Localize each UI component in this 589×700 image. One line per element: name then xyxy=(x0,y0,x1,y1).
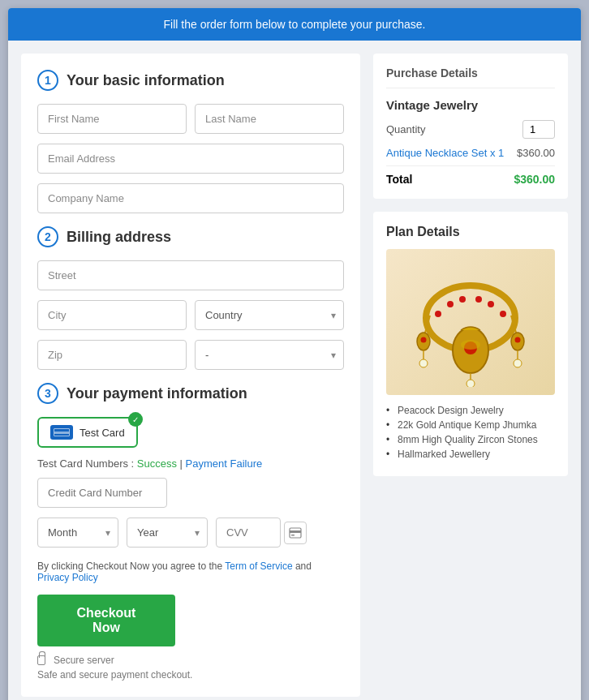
right-panel: Purchase Details Vintage Jewelry Quantit… xyxy=(373,54,568,697)
quantity-input[interactable] xyxy=(522,120,555,139)
plan-box: Plan Details xyxy=(373,212,568,476)
check-badge: ✓ xyxy=(128,412,143,427)
svg-point-11 xyxy=(488,301,494,307)
country-field: Country xyxy=(195,300,344,330)
card-label: Test Card xyxy=(80,427,125,439)
section1-number: 1 xyxy=(37,70,58,91)
first-name-field xyxy=(37,104,187,134)
email-row xyxy=(37,144,344,174)
street-row xyxy=(37,260,344,290)
last-name-input[interactable] xyxy=(195,104,344,134)
page-wrapper: Fill the order form below to complete yo… xyxy=(8,8,581,700)
quantity-label: Quantity xyxy=(386,123,425,135)
terms-prefix: By clicking Checkout Now you agree to th… xyxy=(37,560,225,572)
cvv-input[interactable] xyxy=(216,517,281,548)
main-content: 1 Your basic information xyxy=(8,41,581,700)
card-number-field xyxy=(37,478,344,508)
zip-field xyxy=(37,340,187,370)
email-field xyxy=(37,144,344,174)
svg-rect-1 xyxy=(290,530,301,533)
plan-image xyxy=(386,249,555,395)
section2-number: 2 xyxy=(37,226,58,247)
card-option[interactable]: Test Card ✓ xyxy=(37,417,138,448)
top-banner: Fill the order form below to complete yo… xyxy=(8,8,581,41)
test-card-prefix: Test Card Numbers : xyxy=(37,457,137,470)
first-name-input[interactable] xyxy=(37,104,187,134)
credit-card-input[interactable] xyxy=(37,478,167,508)
svg-point-22 xyxy=(514,359,522,367)
section3-number: 3 xyxy=(37,383,58,404)
secure-label: Secure server xyxy=(54,655,114,666)
cvv-wrapper xyxy=(216,517,307,548)
purchase-details-title: Purchase Details xyxy=(386,67,555,88)
svg-point-24 xyxy=(466,380,475,387)
company-field xyxy=(37,183,344,213)
terms-link[interactable]: Term of Service xyxy=(225,560,292,572)
zip-input[interactable] xyxy=(37,340,187,370)
plan-feature-item: Peacock Design Jewelry xyxy=(386,405,555,416)
svg-point-20 xyxy=(515,337,521,343)
total-amount: $360.00 xyxy=(514,173,555,186)
month-wrapper: Month xyxy=(37,517,118,548)
card-icon-inner xyxy=(54,428,70,436)
city-country-row: Country xyxy=(37,300,344,330)
test-card-note: Test Card Numbers : Success | Payment Fa… xyxy=(37,457,344,470)
svg-point-6 xyxy=(461,340,480,350)
total-row: Total $360.00 xyxy=(386,173,555,186)
privacy-link[interactable]: Privacy Policy xyxy=(37,572,98,583)
item-price: $360.00 xyxy=(517,147,555,159)
last-name-field xyxy=(195,104,344,134)
month-select[interactable]: Month xyxy=(37,517,118,548)
payment-row: Month Year xyxy=(37,517,344,548)
item-row: Antique Necklace Set x 1 $360.00 xyxy=(386,147,555,166)
terms-and: and xyxy=(293,560,312,572)
company-row xyxy=(37,183,344,213)
total-label: Total xyxy=(386,173,412,186)
plan-feature-item: Hallmarked Jewellery xyxy=(386,449,555,460)
section3-title: Your payment information xyxy=(67,385,247,402)
section1-header: 1 Your basic information xyxy=(37,70,344,91)
card-icon xyxy=(50,425,73,440)
section1-title: Your basic information xyxy=(67,72,225,89)
section2-title: Billing address xyxy=(67,229,171,246)
plan-features: Peacock Design Jewelry22k Gold Antique K… xyxy=(386,405,555,460)
product-name: Vintage Jewelry xyxy=(386,98,555,112)
banner-text: Fill the order form below to complete yo… xyxy=(164,18,426,31)
email-input[interactable] xyxy=(37,144,344,174)
cvv-icon[interactable] xyxy=(284,522,307,544)
success-link[interactable]: Success xyxy=(137,457,177,470)
street-input[interactable] xyxy=(37,260,344,290)
plan-title: Plan Details xyxy=(386,225,555,239)
section2-header: 2 Billing address xyxy=(37,226,344,247)
quantity-row: Quantity xyxy=(386,120,555,139)
left-panel: 1 Your basic information xyxy=(21,54,360,697)
purchase-box: Purchase Details Vintage Jewelry Quantit… xyxy=(373,54,568,199)
pipe: | xyxy=(177,457,186,470)
secure-note: Secure server xyxy=(37,655,344,666)
terms-text: By clicking Checkout Now you agree to th… xyxy=(37,560,344,583)
failure-link[interactable]: Payment Failure xyxy=(186,457,263,470)
svg-rect-2 xyxy=(291,535,294,536)
state-field: - xyxy=(195,340,344,370)
svg-point-8 xyxy=(447,301,454,307)
safe-note: Safe and secure payment checkout. xyxy=(37,669,344,681)
svg-point-7 xyxy=(435,311,441,317)
svg-point-9 xyxy=(459,296,466,303)
zip-state-row: - xyxy=(37,340,344,370)
section3-header: 3 Your payment information xyxy=(37,383,344,404)
company-input[interactable] xyxy=(37,183,344,213)
plan-feature-item: 22k Gold Antique Kemp Jhumka xyxy=(386,419,555,431)
street-field xyxy=(37,260,344,290)
checkout-button[interactable]: Checkout Now xyxy=(37,595,175,646)
svg-point-10 xyxy=(475,296,482,303)
plan-feature-item: 8mm High Quality Zircon Stones xyxy=(386,434,555,445)
svg-point-12 xyxy=(500,311,506,317)
lock-icon xyxy=(37,655,45,665)
year-wrapper: Year xyxy=(127,517,208,548)
item-name: Antique Necklace Set x 1 xyxy=(386,147,504,159)
city-input[interactable] xyxy=(37,300,187,330)
country-select[interactable]: Country xyxy=(195,300,344,330)
year-select[interactable]: Year xyxy=(127,517,208,548)
name-row xyxy=(37,104,344,134)
state-select[interactable]: - xyxy=(195,340,344,370)
